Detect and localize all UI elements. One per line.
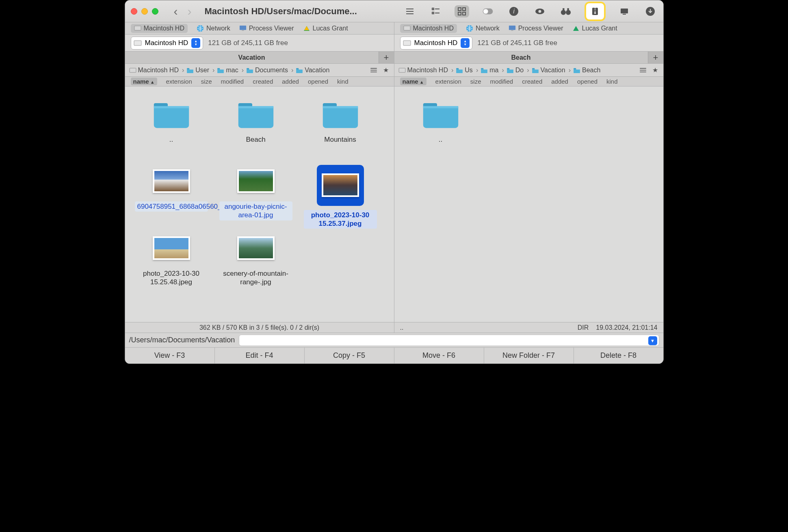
svg-rect-54 [154,106,188,108]
fav-hd-label: Macintosh HD [144,25,184,32]
favorite-star-icon-r[interactable]: ★ [651,66,659,74]
fav-process-r[interactable]: Process Viewer [509,25,563,32]
command-input[interactable]: ▼ [239,335,659,346]
breadcrumb-segment[interactable]: ›User [181,67,209,74]
breadcrumb-segment[interactable]: ›Vacation [290,67,329,74]
breadcrumb-segment[interactable]: ›Documents [241,67,288,74]
column-added[interactable]: added [282,78,299,85]
add-tab-left[interactable]: + [379,52,394,63]
svg-rect-38 [187,68,189,69]
column-opened[interactable]: opened [308,78,328,85]
folder-item[interactable]: Mountains [298,95,383,162]
back-button[interactable]: ‹ [174,5,178,17]
column-added[interactable]: added [551,78,568,85]
toolbar: i [403,2,658,21]
function-keys: View - F3 Edit - F4 Copy - F5 Move - F6 … [125,347,663,363]
column-opened[interactable]: opened [577,78,597,85]
column-modified[interactable]: modified [490,78,513,85]
svg-rect-34 [511,30,513,31]
file-item[interactable]: photo_2023-10-30 15.25.48.jpeg [129,229,214,296]
binoculars-icon[interactable] [559,5,573,17]
pane-right[interactable]: .. [394,87,663,322]
view-grid-icon[interactable] [455,5,469,17]
column-kind[interactable]: kind [337,78,349,85]
column-name[interactable]: name▲ [131,78,157,85]
breadcrumb-segment[interactable]: ›ma [475,67,499,74]
network-share-icon[interactable] [617,5,632,17]
fn-move[interactable]: Move - F6 [394,348,484,363]
volume-left: Macintosh HD ▲▼ 121 GB of 245,11 GB free [125,35,394,51]
fn-newfolder[interactable]: New Folder - F7 [484,348,574,363]
window-controls [131,8,158,15]
tab-beach[interactable]: Beach [394,52,648,63]
svg-rect-46 [456,68,459,69]
fn-delete[interactable]: Delete - F8 [574,348,663,363]
minimize-button[interactable] [141,8,148,15]
breadcrumb-segment[interactable]: ›mac [212,67,238,74]
zoom-button[interactable] [152,8,158,15]
breadcrumb-segment[interactable]: Macintosh HD [129,67,179,74]
view-detail-icon[interactable] [429,5,443,17]
fav-network-r[interactable]: Network [466,25,500,32]
view-list-icon[interactable] [403,5,417,17]
forward-button[interactable]: › [188,5,192,17]
pane-left[interactable]: ..BeachMountains6904758951_6868a06560_b.… [125,87,394,322]
fav-user[interactable]: Lucas Grant [303,25,348,32]
command-dropdown-icon[interactable]: ▼ [648,336,657,345]
stepper-icon-r[interactable]: ▲▼ [461,38,470,48]
item-label: .. [167,134,175,145]
download-icon[interactable] [643,5,658,17]
column-size[interactable]: size [201,78,212,85]
columns-toggle-icon-r[interactable] [639,66,647,74]
column-extension[interactable]: extension [435,78,461,85]
tab-row: Vacation + Beach + [125,52,663,64]
fn-edit[interactable]: Edit - F4 [214,348,304,363]
fav-user-r[interactable]: Lucas Grant [572,25,617,32]
compress-icon[interactable] [585,2,606,21]
column-extension[interactable]: extension [166,78,192,85]
close-button[interactable] [131,8,137,15]
file-item[interactable]: 6904758951_6868a06560_b.jpg [129,162,214,229]
breadcrumb-segment[interactable]: ›Us [450,67,473,74]
status-left: 362 KB / 570 KB in 3 / 5 file(s). 0 / 2 … [125,322,394,333]
column-created[interactable]: created [253,78,273,85]
volume-select-r[interactable]: Macintosh HD ▲▼ [400,37,473,50]
image-thumbnail [236,165,276,197]
info-icon[interactable]: i [507,5,521,17]
column-kind[interactable]: kind [606,78,618,85]
volume-select[interactable]: Macintosh HD ▲▼ [131,37,203,50]
file-item[interactable]: scenery-of-mountain-range-.jpg [214,229,298,296]
fav-network-label: Network [206,25,230,32]
column-created[interactable]: created [522,78,542,85]
fav-network[interactable]: Network [197,25,230,32]
app-window: ‹ › Macintosh HD/Users/mac/Docume... i M… [125,0,664,364]
preview-icon[interactable] [533,5,547,17]
breadcrumb-segment[interactable]: Macintosh HD [398,67,448,74]
fn-copy[interactable]: Copy - F5 [304,348,394,363]
stepper-icon[interactable]: ▲▼ [191,38,200,48]
fav-hd-r[interactable]: Macintosh HD [400,24,457,33]
breadcrumb-segment[interactable]: ›Beach [568,67,601,74]
svg-rect-39 [218,68,220,69]
column-name[interactable]: name▲ [400,78,426,85]
breadcrumb-segment[interactable]: ›Do [501,67,524,74]
folder-item[interactable]: Beach [214,95,298,162]
fav-process[interactable]: Process Viewer [239,25,294,32]
toggle-hidden-icon[interactable] [481,5,495,17]
file-item[interactable]: angourie-bay-picnic-area-01.jpg [214,162,298,229]
column-modified[interactable]: modified [221,78,244,85]
columns-row: name▲extensionsizemodifiedcreatedaddedop… [125,77,663,87]
column-size[interactable]: size [470,78,481,85]
columns-toggle-icon[interactable] [370,66,378,74]
favorite-star-icon[interactable]: ★ [382,66,390,74]
svg-point-23 [594,12,596,14]
fav-hd[interactable]: Macintosh HD [131,24,188,33]
file-item[interactable]: photo_2023-10-30 15.25.37.jpeg [298,162,383,229]
folder-item[interactable]: .. [398,95,483,162]
fn-view[interactable]: View - F3 [125,348,214,363]
add-tab-right[interactable]: + [648,52,663,63]
tab-vacation[interactable]: Vacation [125,52,379,63]
svg-rect-55 [238,106,273,108]
folder-item[interactable]: .. [129,95,214,162]
breadcrumb-segment[interactable]: ›Vacation [526,67,565,74]
